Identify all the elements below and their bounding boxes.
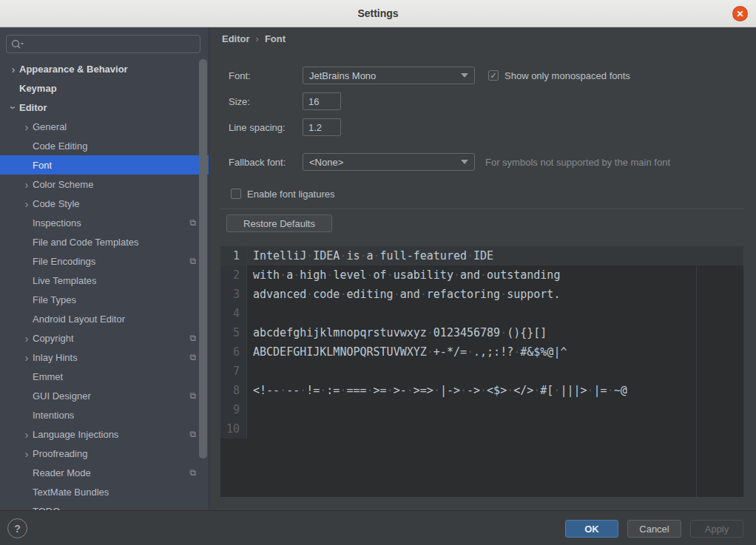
monospaced-checkbox-row[interactable]: ✓ Show only monospaced fonts: [488, 70, 630, 81]
sidebar-item-editor[interactable]: ›Editor: [0, 98, 209, 117]
per-project-settings-icon: ⧉: [189, 353, 196, 362]
sidebar-item-emmet[interactable]: Emmet: [0, 367, 209, 386]
sidebar-item-label: Emmet: [33, 371, 63, 382]
ligatures-checkbox[interactable]: ✓: [231, 189, 241, 199]
line-spacing-input[interactable]: [303, 118, 341, 136]
font-family-select[interactable]: JetBrains Mono: [303, 67, 475, 84]
preview-line-text: IntelliJ·IDEA·is·a·full-featured·IDE: [247, 246, 493, 265]
dialog-footer: ? OK Cancel Apply: [0, 510, 756, 545]
line-number: 10: [220, 419, 247, 439]
sidebar-item-todo[interactable]: TODO: [0, 501, 209, 510]
chevron-collapsed-icon[interactable]: ›: [7, 64, 19, 75]
font-row: Font: JetBrains Mono ✓ Show only monospa…: [229, 67, 630, 84]
settings-content-panel: Editor › Font Font: JetBrains Mono ✓ Sho…: [210, 27, 756, 510]
size-label: Size:: [229, 96, 303, 107]
chevron-down-icon: [461, 73, 468, 78]
cancel-button[interactable]: Cancel: [627, 520, 681, 538]
size-input[interactable]: [303, 92, 341, 110]
fallback-font-select[interactable]: <None>: [303, 153, 475, 171]
preview-line: 9: [220, 400, 743, 419]
sidebar-item-file-and-code-templates[interactable]: File and Code Templates: [0, 232, 209, 251]
sidebar-item-android-layout-editor[interactable]: Android Layout Editor: [0, 309, 209, 328]
chevron-collapsed-icon[interactable]: ›: [21, 198, 33, 209]
sidebar-item-color-scheme[interactable]: ›Color Scheme: [0, 175, 209, 194]
preview-line: 3advanced·code·editing·and·refactoring·s…: [220, 285, 743, 304]
preview-line: 7: [220, 362, 743, 381]
sidebar-item-font[interactable]: Font: [0, 155, 209, 175]
preview-line-text: with·a·high·level·of·usability·and·outst…: [247, 265, 560, 285]
ligatures-checkbox-row[interactable]: ✓ Enable font ligatures: [231, 189, 335, 200]
font-preview-editor[interactable]: 1IntelliJ·IDEA·is·a·full-featured·IDE2wi…: [220, 246, 743, 497]
chevron-collapsed-icon[interactable]: ›: [21, 333, 33, 344]
sidebar-item-keymap[interactable]: Keymap: [0, 78, 209, 98]
line-number: 6: [220, 342, 247, 362]
line-number: 2: [220, 265, 247, 285]
chevron-collapsed-icon[interactable]: ›: [21, 352, 33, 363]
settings-sidebar: ›Appearance & BehaviorKeymap›Editor›Gene…: [0, 27, 209, 510]
restore-defaults-button[interactable]: Restore Defaults: [226, 214, 332, 232]
fallback-font-hint: For symbols not supported by the main fo…: [485, 157, 670, 168]
sidebar-item-general[interactable]: ›General: [0, 117, 209, 136]
sidebar-item-file-encodings[interactable]: File Encodings⧉: [0, 251, 209, 271]
sidebar-item-reader-mode[interactable]: Reader Mode⧉: [0, 463, 209, 482]
sidebar-item-label: TextMate Bundles: [33, 487, 109, 498]
sidebar-item-textmate-bundles[interactable]: TextMate Bundles: [0, 482, 209, 501]
settings-search-field[interactable]: [6, 35, 200, 53]
preview-line: 5abcdefghijklmnopqrstuvwxyz·0123456789·(…: [220, 323, 743, 342]
sidebar-item-label: Inlay Hints: [33, 352, 78, 363]
sidebar-item-label: Color Scheme: [33, 179, 93, 190]
per-project-settings-icon: ⧉: [189, 218, 196, 227]
search-icon: [11, 39, 24, 50]
sidebar-item-code-style[interactable]: ›Code Style: [0, 194, 209, 213]
monospaced-checkbox[interactable]: ✓: [488, 70, 499, 81]
sidebar-item-label: Proofreading: [33, 448, 87, 459]
sidebar-item-label: Language Injections: [33, 429, 118, 440]
help-button[interactable]: ?: [7, 518, 27, 538]
breadcrumb: Editor › Font: [222, 33, 286, 44]
preview-line-text: ABCDEFGHIJKLMNOPQRSTUVWXYZ·+-*/=·.,;:!?·…: [247, 342, 567, 362]
sidebar-item-live-templates[interactable]: Live Templates: [0, 271, 209, 290]
sidebar-item-label: Keymap: [19, 83, 57, 94]
footer-buttons: OK Cancel Apply: [565, 520, 743, 538]
chevron-collapsed-icon[interactable]: ›: [21, 121, 33, 132]
sidebar-scrollbar[interactable]: [199, 59, 207, 458]
search-input[interactable]: [27, 38, 195, 50]
sidebar-item-label: Reader Mode: [33, 467, 91, 478]
sidebar-scrollbar-thumb[interactable]: [199, 59, 207, 458]
sidebar-item-label: Code Style: [33, 198, 80, 209]
fallback-font-value: <None>: [309, 157, 461, 168]
sidebar-item-label: Inspections: [33, 217, 81, 229]
sidebar-item-appearance-behavior[interactable]: ›Appearance & Behavior: [0, 59, 209, 78]
sidebar-item-gui-designer[interactable]: GUI Designer⧉: [0, 386, 209, 405]
sidebar-item-proofreading[interactable]: ›Proofreading: [0, 444, 209, 463]
sidebar-item-inspections[interactable]: Inspections⧉: [0, 213, 209, 232]
chevron-collapsed-icon[interactable]: ›: [21, 429, 33, 440]
line-spacing-label: Line spacing:: [229, 122, 303, 133]
breadcrumb-page: Font: [265, 33, 286, 44]
line-number: 4: [220, 304, 247, 323]
sidebar-item-language-injections[interactable]: ›Language Injections⧉: [0, 424, 209, 444]
sidebar-item-inlay-hints[interactable]: ›Inlay Hints⧉: [0, 348, 209, 367]
preview-line: 8<!--·--·!=·:=·===·>=·>-·>=>·|->·->·<$>·…: [220, 381, 743, 400]
line-number: 5: [220, 323, 247, 342]
sidebar-item-label: File Types: [33, 294, 76, 305]
chevron-collapsed-icon[interactable]: ›: [21, 179, 33, 190]
search-options-arrow-icon: [21, 43, 24, 45]
section-divider: [220, 209, 743, 209]
sidebar-item-label: File and Code Templates: [33, 237, 139, 248]
chevron-expanded-icon[interactable]: ›: [8, 101, 19, 113]
breadcrumb-section[interactable]: Editor: [222, 33, 250, 44]
sidebar-item-copyright[interactable]: ›Copyright⧉: [0, 328, 209, 348]
fallback-font-label: Fallback font:: [229, 157, 303, 168]
apply-button[interactable]: Apply: [690, 520, 743, 538]
per-project-settings-icon: ⧉: [189, 257, 196, 265]
sidebar-item-label: Code Editing: [33, 141, 87, 152]
sidebar-item-code-editing[interactable]: Code Editing: [0, 136, 209, 155]
close-button[interactable]: ✕: [732, 6, 748, 21]
sidebar-item-file-types[interactable]: File Types: [0, 290, 209, 309]
per-project-settings-icon: ⧉: [189, 334, 196, 342]
ok-button[interactable]: OK: [565, 520, 618, 538]
sidebar-item-label: General: [33, 121, 67, 132]
chevron-collapsed-icon[interactable]: ›: [21, 448, 33, 459]
sidebar-item-intentions[interactable]: Intentions: [0, 405, 209, 424]
